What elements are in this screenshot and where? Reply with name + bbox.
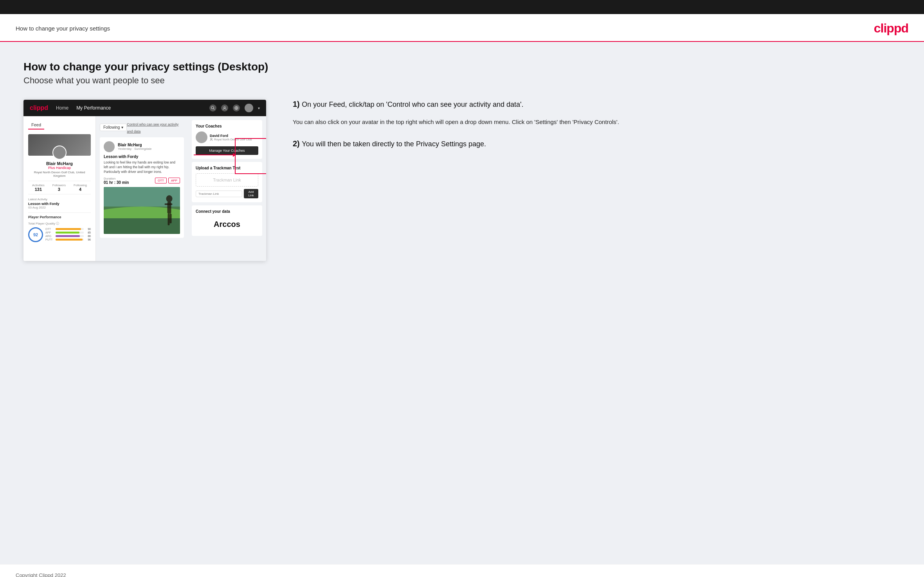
top-bar: [0, 0, 924, 14]
nav-avatar-chevron: ▾: [258, 106, 260, 110]
trackman-input[interactable]: [196, 191, 242, 197]
stat-followers-value: 3: [52, 187, 66, 192]
app-nav-logo: clippd: [30, 104, 48, 111]
svg-point-8: [166, 195, 173, 202]
control-privacy-link[interactable]: Control who can see your activity and da…: [127, 122, 178, 133]
feed-tab[interactable]: Feed: [28, 121, 44, 129]
page-title: How to change your privacy settings (Des…: [23, 61, 901, 73]
coach-row: David Ford Royal North Devon Golf Club: [196, 131, 258, 143]
person-icon[interactable]: [221, 104, 228, 111]
post-meta: Yesterday · Sunningdale: [118, 147, 151, 151]
bar-app: APP 85: [45, 231, 91, 234]
control-link-container: Control who can see your activity and da…: [127, 120, 184, 134]
stat-following: Following 4: [74, 183, 87, 192]
coach-club: Royal North Devon Golf Club: [210, 138, 252, 141]
bar-arg: ARG 86: [45, 235, 91, 237]
post-duration-row: Duration 01 hr : 30 min OTT APP: [104, 177, 180, 185]
following-button[interactable]: Following ▾: [100, 124, 127, 131]
trackman-input-row: Add Link: [196, 189, 258, 198]
bar-putt: PUTT 96: [45, 238, 91, 241]
instruction-2: 2) You will then be taken directly to th…: [293, 139, 901, 148]
profile-tag: Plus Handicap: [28, 166, 91, 170]
svg-rect-12: [170, 214, 172, 223]
profile-name: Blair McHarg: [28, 161, 91, 166]
instruction-2-number: 2) You will then be taken directly to th…: [293, 139, 901, 148]
quality-bars: OTT 90 APP 85 ARG: [45, 228, 91, 242]
post-tags: OTT APP: [155, 178, 180, 183]
coach-avatar: [196, 131, 207, 143]
player-performance-title: Player Performance: [28, 212, 91, 219]
clippd-logo: clippd: [874, 21, 908, 36]
post-tag-ott: OTT: [155, 178, 167, 183]
instructions-panel: 1) On your Feed, click/tap on 'Control w…: [285, 100, 901, 161]
profile-avatar: [52, 146, 67, 160]
coaches-title: Your Coaches: [196, 124, 258, 128]
latest-activity-name: Lesson with Fordy: [28, 202, 91, 206]
latest-activity-label: Latest Activity: [28, 198, 91, 201]
post-tag-app: APP: [168, 178, 180, 183]
quality-score: 92: [28, 227, 43, 242]
coach-name: David Ford: [210, 134, 252, 138]
trackman-title: Upload a Trackman Test: [196, 166, 258, 170]
app-right-sidebar: Your Coaches David Ford Royal North Devo…: [188, 116, 266, 261]
following-bar: Following ▾ Control who can see your act…: [100, 120, 184, 134]
post-user-avatar: [104, 141, 115, 152]
nav-icons: ▾: [209, 104, 260, 112]
stat-following-label: Following: [74, 183, 87, 187]
svg-point-2: [224, 107, 225, 108]
search-icon[interactable]: [209, 104, 216, 111]
instruction-1-subtext: You can also click on your avatar in the…: [293, 117, 901, 127]
browser-mockup: clippd Home My Performance: [23, 100, 266, 261]
svg-rect-10: [165, 203, 173, 205]
stats-row: Activities 131 Followers 3 Following 4: [28, 181, 91, 194]
quality-label: Total Player Quality ⓘ: [28, 221, 91, 226]
copyright: Copyright Clippd 2022: [16, 572, 66, 577]
profile-club: Royal North Devon Golf Club, United King…: [28, 171, 91, 178]
connect-title: Connect your data: [196, 209, 258, 214]
site-header: How to change your privacy settings clip…: [0, 14, 924, 42]
add-link-button[interactable]: Add Link: [244, 189, 258, 198]
stat-followers-label: Followers: [52, 183, 66, 187]
post-description: Looking to feel like my hands are exitin…: [104, 160, 180, 174]
coaches-card: Your Coaches David Ford Royal North Devo…: [192, 120, 262, 159]
stat-activities-value: 131: [32, 187, 45, 192]
stat-activities: Activities 131: [32, 183, 45, 192]
svg-point-0: [211, 106, 214, 109]
manage-coaches-button[interactable]: Manage Your Coaches: [196, 146, 258, 155]
post-card: Blair McHarg Yesterday · Sunningdale Les…: [100, 137, 184, 238]
post-title: Lesson with Fordy: [104, 155, 180, 159]
duration-label: Duration: [104, 177, 129, 180]
profile-hero: [28, 134, 91, 156]
latest-activity-date: 03 Aug 2022: [28, 206, 91, 209]
app-feed: Following ▾ Control who can see your act…: [96, 116, 188, 261]
trackman-placeholder: Trackman Link: [196, 173, 258, 187]
nav-avatar[interactable]: [245, 104, 253, 112]
site-footer: Copyright Clippd 2022: [0, 564, 924, 577]
quality-row: 92 OTT 90 APP 85: [28, 227, 91, 242]
arccos-logo: Arccos: [196, 217, 258, 232]
svg-line-1: [214, 109, 215, 110]
nav-my-performance[interactable]: My Performance: [76, 105, 111, 111]
post-header: Blair McHarg Yesterday · Sunningdale: [104, 141, 180, 152]
post-user-name: Blair McHarg: [118, 143, 151, 147]
post-image: [104, 187, 180, 234]
page-subtitle: Choose what you want people to see: [23, 75, 901, 86]
main-content: How to change your privacy settings (Des…: [0, 42, 924, 564]
app-sidebar: Feed Blair McHarg Plus Handicap Royal No…: [23, 116, 96, 261]
svg-rect-11: [168, 214, 170, 225]
instruction-1-number: 1) On your Feed, click/tap on 'Control w…: [293, 100, 901, 109]
svg-point-19: [211, 138, 212, 140]
duration-value: 01 hr : 30 min: [104, 180, 129, 185]
content-row: clippd Home My Performance: [23, 100, 901, 261]
bar-ott: OTT 90: [45, 228, 91, 230]
nav-home[interactable]: Home: [56, 105, 68, 111]
stat-followers: Followers 3: [52, 183, 66, 192]
instruction-1: 1) On your Feed, click/tap on 'Control w…: [293, 100, 901, 127]
breadcrumb: How to change your privacy settings: [16, 25, 110, 32]
stat-following-value: 4: [74, 187, 87, 192]
globe-icon[interactable]: [233, 104, 240, 111]
connect-card: Connect your data Arccos: [192, 205, 262, 236]
stat-activities-label: Activities: [32, 183, 45, 187]
app-nav: clippd Home My Performance: [23, 100, 266, 116]
app-body: Feed Blair McHarg Plus Handicap Royal No…: [23, 116, 266, 261]
